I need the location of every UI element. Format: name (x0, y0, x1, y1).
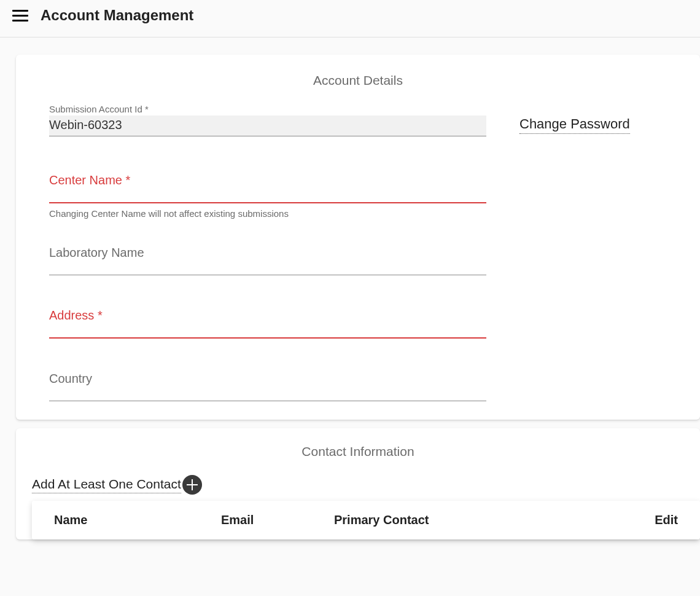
field-address: Address * (49, 308, 486, 339)
plus-circle-icon[interactable] (182, 475, 202, 495)
add-contact-link[interactable]: Add At Least One Contact (32, 477, 181, 493)
th-edit: Edit (641, 513, 678, 527)
contacts-table: Name Email Primary Contact Edit (32, 501, 700, 539)
account-id-input (49, 116, 486, 136)
field-account-id: Submission Account Id * (49, 104, 486, 136)
address-label: Address * (49, 308, 486, 326)
field-country: Country (49, 372, 486, 401)
th-primary: Primary Contact (334, 513, 641, 527)
th-name: Name (54, 513, 221, 527)
table-header-row: Name Email Primary Contact Edit (32, 501, 700, 539)
field-center-name: Center Name * Changing Center Name will … (49, 173, 486, 219)
account-details-card: Account Details Submission Account Id * … (16, 55, 700, 420)
change-password-link[interactable]: Change Password (519, 116, 630, 134)
th-email: Email (221, 513, 334, 527)
app-header: Account Management (0, 0, 700, 37)
menu-icon[interactable] (12, 6, 31, 25)
center-name-label: Center Name * (49, 173, 486, 191)
account-details-title: Account Details (16, 73, 700, 88)
page-title: Account Management (41, 7, 193, 24)
contact-info-title: Contact Information (16, 444, 700, 459)
account-id-label: Submission Account Id * (49, 104, 486, 114)
lab-name-label: Laboratory Name (49, 246, 486, 264)
contact-info-card: Contact Information Add At Least One Con… (16, 428, 700, 539)
center-name-hint: Changing Center Name will not affect exi… (49, 208, 486, 219)
country-label: Country (49, 372, 486, 390)
field-lab-name: Laboratory Name (49, 246, 486, 275)
